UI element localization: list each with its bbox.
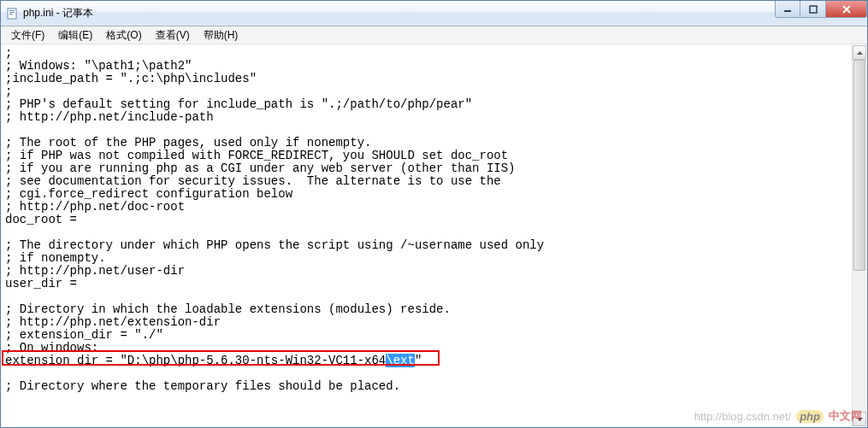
- editor-line: ; http://php.net/user-dir: [5, 264, 185, 278]
- editor-line: ; Directory where the temporary files sh…: [5, 379, 400, 393]
- svg-rect-1: [9, 10, 15, 11]
- window-title: php.ini - 记事本: [23, 6, 93, 21]
- editor-line: extension_dir = "D:\php\php-5.6.30-nts-W…: [5, 354, 422, 367]
- menubar: 文件(F) 编辑(E) 格式(O) 查看(V) 帮助(H): [1, 26, 867, 44]
- editor-line: ; if nonempty.: [5, 251, 106, 265]
- window-controls: [775, 1, 867, 18]
- svg-rect-5: [810, 6, 817, 13]
- menu-view[interactable]: 查看(V): [149, 26, 197, 44]
- editor-line: user_dir =: [5, 277, 77, 290]
- editor-line: ; On windows:: [5, 341, 98, 355]
- editor-line: ; http://php.net/extension-dir: [5, 315, 221, 329]
- editor-line: ; The directory under which PHP opens th…: [5, 238, 544, 252]
- editor-line: ; http://php.net/doc-root: [5, 200, 185, 214]
- ext-dir-prefix: extension_dir = "D:\php\php-5.6.30-nts-W…: [5, 354, 386, 367]
- scroll-thumb[interactable]: [853, 60, 865, 271]
- editor-line: doc_root =: [5, 213, 77, 226]
- ext-dir-suffix: ": [415, 354, 422, 367]
- minimize-button[interactable]: [775, 1, 800, 18]
- menu-format[interactable]: 格式(O): [99, 26, 148, 44]
- svg-rect-3: [9, 14, 13, 15]
- text-editor[interactable]: ; ; Windows: "\path1;\path2" ;include_pa…: [2, 45, 852, 426]
- vertical-scrollbar[interactable]: [852, 45, 866, 426]
- editor-line: ; cgi.force_redirect configuration below: [5, 187, 292, 201]
- scroll-up-button[interactable]: [853, 45, 866, 60]
- close-button[interactable]: [826, 1, 867, 18]
- svg-rect-2: [9, 12, 15, 13]
- editor-line: ; Directory in which the loadable extens…: [5, 302, 451, 316]
- editor-line: ;include_path = ".;c:\php\includes": [5, 72, 257, 85]
- scroll-track[interactable]: [853, 60, 866, 412]
- menu-edit[interactable]: 编辑(E): [51, 26, 99, 44]
- editor-line: ;: [5, 46, 12, 60]
- selected-text: \ext: [386, 354, 415, 367]
- scroll-down-button[interactable]: [853, 412, 866, 426]
- editor-line: ; The root of the PHP pages, used only i…: [5, 136, 371, 150]
- menu-help[interactable]: 帮助(H): [197, 26, 245, 44]
- notepad-icon: [6, 7, 20, 21]
- content-area: ; ; Windows: "\path1;\path2" ;include_pa…: [1, 44, 867, 427]
- editor-line: ; if PHP was not compiled with FORCE_RED…: [5, 149, 508, 162]
- editor-line: ; http://php.net/include-path: [5, 110, 214, 124]
- editor-line: ; extension_dir = "./": [5, 328, 163, 342]
- editor-line: ;: [5, 85, 12, 98]
- editor-line: ; see documentation for security issues.…: [5, 174, 501, 188]
- maximize-button[interactable]: [800, 1, 826, 18]
- svg-rect-4: [784, 10, 791, 12]
- editor-line: ; if you are running php as a CGI under …: [5, 161, 516, 175]
- editor-line: ; PHP's default setting for include_path…: [5, 97, 472, 111]
- menu-file[interactable]: 文件(F): [4, 26, 51, 44]
- notepad-window: php.ini - 记事本 文件(F) 编辑(E) 格式(O) 查看(V) 帮助…: [0, 0, 868, 428]
- editor-line: ; Windows: "\path1;\path2": [5, 59, 192, 73]
- titlebar[interactable]: php.ini - 记事本: [1, 1, 867, 26]
